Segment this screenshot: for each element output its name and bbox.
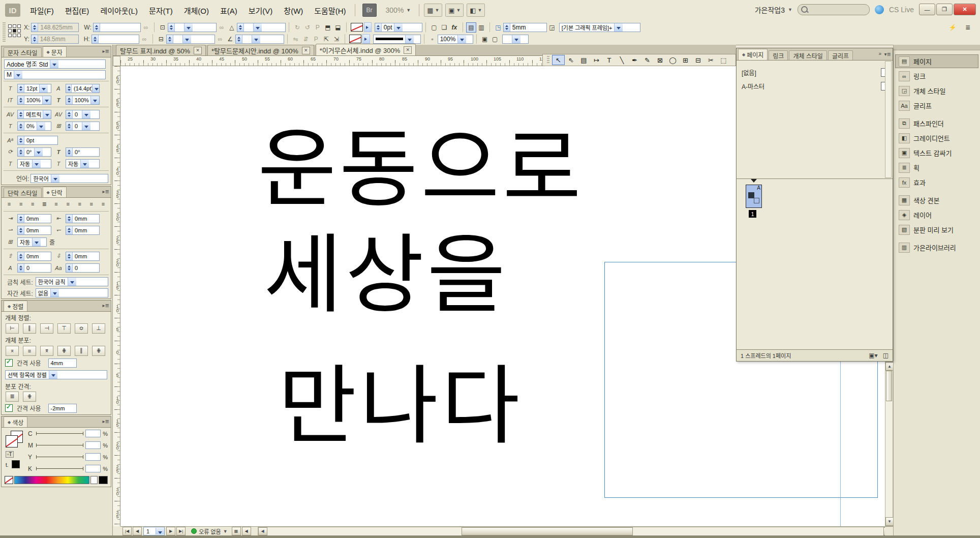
dropdown-icon[interactable]	[82, 122, 90, 130]
restore-button[interactable]: ❐	[936, 4, 953, 15]
document-tab[interactable]: *탈무드문제시안.indd @ 100% ✕	[207, 45, 314, 55]
tool-button[interactable]: ◯	[666, 55, 679, 65]
horizontal-scale-field[interactable]: 100%	[66, 96, 100, 105]
stepper-icon[interactable]	[18, 122, 24, 130]
stroke-color-swatch[interactable]	[351, 23, 363, 32]
rotate-cw-button[interactable]: ↻	[292, 22, 302, 33]
effects-object-icon[interactable]: ▢	[429, 22, 439, 33]
dropdown-icon[interactable]	[50, 289, 59, 297]
left-indent-field[interactable]: 0mm	[17, 214, 51, 223]
x-position-field[interactable]: 148.625mm	[31, 23, 79, 32]
panel-menu-icon[interactable]: ▸≣	[103, 303, 109, 308]
stepper-icon[interactable]	[504, 23, 510, 32]
formatting-affects-text-icon[interactable]: ▫T	[6, 451, 14, 458]
stroke-style-dropdown[interactable]	[373, 35, 421, 44]
paragraph-align-button[interactable]: ≡	[98, 199, 109, 209]
horizontal-ruler[interactable]: 2530354045505560657075808590951001051101…	[120, 56, 542, 66]
text-wrap-none-button[interactable]: ▣	[480, 34, 490, 44]
ruler-origin[interactable]	[113, 56, 120, 66]
use-spacing-checkbox[interactable]	[5, 404, 13, 412]
zoom-level-dropdown[interactable]: 300% ▼	[386, 6, 411, 14]
tool-button[interactable]: T	[603, 55, 616, 65]
magenta-value-field[interactable]	[85, 441, 101, 449]
scale-y-field[interactable]	[166, 35, 215, 44]
preflight-panel-button[interactable]: ▦	[232, 527, 241, 535]
dock-panel-button[interactable]: ◈ 레이어	[895, 208, 978, 222]
distribute-button[interactable]: ⋕	[57, 346, 71, 356]
stepper-icon[interactable]	[18, 96, 24, 104]
fx-button[interactable]: fx	[449, 22, 460, 33]
stepper-icon[interactable]	[66, 264, 73, 272]
last-color-swatch[interactable]	[12, 460, 20, 468]
previous-page-button[interactable]: ◀	[133, 527, 142, 535]
menu-item[interactable]: 파일(F)	[24, 3, 59, 18]
yellow-value-field[interactable]	[85, 453, 101, 461]
paragraph-align-button[interactable]: ≣	[39, 199, 50, 209]
last-page-button[interactable]: ▶|	[176, 527, 186, 535]
dropdown-icon[interactable]	[82, 110, 90, 118]
canvas-text-line[interactable]: 운동으로	[258, 127, 584, 213]
page-thumbnail[interactable]: A	[746, 185, 762, 208]
stepper-icon[interactable]	[375, 23, 382, 32]
tool-button[interactable]: ⬚	[717, 55, 730, 65]
screen-mode-button[interactable]: ▣▼	[445, 4, 464, 17]
tab-paragraph-styles[interactable]: 단락 스타일	[4, 188, 42, 197]
paragraph-align-button[interactable]: ≡	[86, 199, 97, 209]
menu-item[interactable]: 편집(E)	[59, 3, 95, 18]
stepper-icon[interactable]	[18, 252, 24, 260]
paragraph-align-button[interactable]: ≡	[50, 199, 62, 209]
canvas-text-line[interactable]: 세상을	[264, 233, 509, 318]
dropdown-icon[interactable]	[32, 160, 41, 168]
width-field[interactable]	[93, 23, 141, 32]
pages-panel-tab[interactable]: 개체 스타일	[789, 50, 827, 60]
dock-panel-button[interactable]: ◲ 개체 스타일	[895, 84, 978, 98]
scroll-left-arrow[interactable]: ◀	[258, 527, 267, 535]
master-page-row[interactable]: [없음]	[737, 66, 893, 79]
document-tab-active[interactable]: *이거무슨서체.indd @ 300% ✕	[316, 44, 416, 55]
grid-alignment-dropdown[interactable]: 자동	[17, 159, 51, 168]
horizontal-scrollbar[interactable]: ◀ ▶	[258, 527, 893, 536]
font-size-field[interactable]: 12pt	[17, 84, 51, 93]
dropdown-icon[interactable]	[42, 96, 51, 104]
black-value-field[interactable]	[85, 465, 101, 472]
font-style-dropdown[interactable]: M	[4, 70, 106, 79]
dock-panel-button[interactable]: ▥ 가은라이브러리	[895, 241, 978, 254]
corner-radius-field[interactable]: 5mm	[503, 23, 547, 32]
menu-item[interactable]: 문자(T)	[143, 3, 178, 18]
tool-button[interactable]: ⊞	[679, 55, 692, 65]
panel-splitter[interactable]	[737, 178, 893, 179]
scroll-left-edge-button[interactable]: ◀	[242, 527, 251, 535]
fill-stroke-swatches[interactable]: ▫T t.	[6, 431, 25, 480]
panel-grip[interactable]	[3, 22, 6, 43]
go-to-child-button[interactable]: ⇲	[331, 34, 342, 44]
workspace-switcher[interactable]: 가은작업3 ▼	[755, 5, 792, 15]
scroll-up-arrow[interactable]: ▲	[885, 362, 894, 371]
black-slider[interactable]	[36, 468, 83, 469]
drop-cap-lines-field[interactable]: 0	[17, 263, 51, 273]
paragraph-align-button[interactable]: ≡	[27, 199, 38, 209]
yellow-slider[interactable]	[36, 457, 83, 457]
pages-panel-tab[interactable]: 링크	[769, 50, 788, 60]
drop-cap-chars-field[interactable]: 0	[66, 263, 100, 273]
page-number-dropdown[interactable]: 1	[143, 527, 165, 535]
stroke-color-dropdown[interactable]	[364, 22, 372, 32]
vertical-scrollb ar[interactable]: ▲ ▼	[885, 362, 893, 526]
warichu-dropdown[interactable]: 자동	[66, 159, 100, 168]
pages-panel-tab[interactable]: 페이지	[738, 49, 768, 60]
paragraph-align-button[interactable]: ≡	[63, 199, 74, 209]
dropdown-icon[interactable]	[457, 35, 466, 43]
view-options-button[interactable]: ▦▼	[424, 4, 442, 17]
dropdown-icon[interactable]	[394, 23, 403, 32]
space-before-field[interactable]: 0mm	[17, 252, 51, 261]
stepper-icon[interactable]	[66, 96, 73, 104]
panel-menu-icon[interactable]: ▾≣	[884, 51, 891, 57]
distribute-button[interactable]: ≡	[23, 346, 36, 356]
align-button[interactable]: ⊤	[57, 323, 71, 334]
align-button[interactable]: ⊣	[40, 323, 53, 334]
leading-field[interactable]: (14.4pt)	[66, 84, 100, 93]
tool-button[interactable]: ↦	[590, 55, 603, 65]
master-page-row[interactable]: A-마스터	[737, 79, 893, 93]
toolbox-grip[interactable]	[547, 56, 549, 64]
align-to-dropdown[interactable]: 선택 항목에 정렬	[5, 370, 107, 379]
mojikumi-dropdown[interactable]: 없음	[36, 288, 108, 297]
